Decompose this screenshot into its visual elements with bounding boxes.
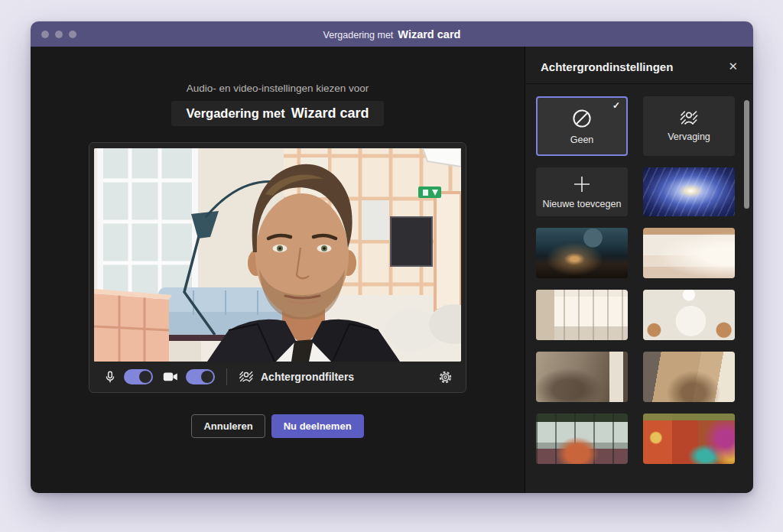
background-thumbnail-hyperspace[interactable] bbox=[643, 167, 735, 216]
background-thumbnail-alien-planet[interactable] bbox=[536, 228, 628, 278]
camera-toggle-knob bbox=[201, 371, 213, 383]
background-effects-icon bbox=[239, 371, 254, 383]
bright-office-lounge-image bbox=[536, 290, 628, 340]
alien-planet-image bbox=[536, 228, 628, 278]
window-close-button[interactable] bbox=[41, 31, 49, 38]
camera-preview-card: Achtergrondfilters bbox=[89, 142, 466, 393]
warm-living-room-image bbox=[536, 352, 628, 402]
warm-dining-room-image bbox=[643, 352, 735, 402]
background-thumbnail-beige-room[interactable] bbox=[643, 228, 735, 278]
add-new-background-button[interactable]: Nieuwe toevcegen bbox=[536, 167, 628, 216]
camera-toggle[interactable] bbox=[186, 369, 215, 384]
background-thumbnail-arched-hall[interactable] bbox=[643, 290, 735, 340]
camera-preview-video bbox=[94, 148, 461, 362]
blur-person-icon bbox=[679, 110, 699, 126]
join-now-button[interactable]: Nu deelnemen bbox=[271, 414, 364, 438]
window-title-name: Wizard card bbox=[398, 28, 460, 41]
meeting-join-window: Vergadering met Wizard card Audio- en vi… bbox=[31, 21, 753, 493]
panel-scrollbar[interactable] bbox=[744, 100, 749, 209]
meeting-heading-prefix: Vergadering met bbox=[186, 106, 284, 121]
tile-label: Nieuwe toevcegen bbox=[543, 199, 622, 209]
beige-minimal-room-image bbox=[643, 228, 735, 278]
prejoin-actions: Annuleren Nu deelnemen bbox=[191, 414, 363, 438]
window-minimize-button[interactable] bbox=[55, 31, 63, 38]
meeting-heading: Vergadering met Wizard card bbox=[171, 101, 383, 126]
background-filters-label[interactable]: Achtergrondfilters bbox=[261, 371, 354, 383]
camera-preview-scene bbox=[94, 148, 461, 362]
prejoin-main-area: Audio- en video-instellingen kiezen voor… bbox=[31, 47, 525, 493]
window-controls bbox=[41, 21, 76, 47]
microphone-toggle[interactable] bbox=[124, 369, 153, 384]
background-thumbnail-conservatory[interactable] bbox=[536, 414, 628, 464]
background-thumbnail-warm-living-room[interactable] bbox=[536, 352, 628, 402]
none-slash-icon bbox=[571, 108, 593, 129]
panel-title: Achtergrondinstellingen bbox=[541, 60, 673, 73]
white-arched-hall-image bbox=[643, 290, 735, 340]
window-zoom-button[interactable] bbox=[69, 31, 76, 38]
background-option-blur[interactable]: Vervaging bbox=[643, 96, 735, 156]
check-icon: ✓ bbox=[612, 100, 620, 111]
prejoin-subtitle: Audio- en video-instellingen kiezen voor bbox=[187, 83, 369, 94]
microphone-icon bbox=[104, 371, 116, 384]
cancel-button[interactable]: Annuleren bbox=[191, 414, 265, 438]
plus-icon bbox=[573, 175, 591, 193]
microphone-toggle-knob bbox=[139, 371, 151, 383]
settings-gear-icon[interactable] bbox=[438, 370, 453, 384]
background-settings-panel: Achtergrondinstellingen ✕ ✓ Geen bbox=[525, 47, 753, 493]
device-controls-bar: Achtergrondfilters bbox=[89, 362, 466, 392]
camera-icon bbox=[163, 371, 178, 382]
window-title-prefix: Vergadering met bbox=[323, 30, 394, 41]
glass-conservatory-image bbox=[536, 414, 628, 464]
panel-header: Achtergrondinstellingen ✕ bbox=[525, 47, 753, 84]
controls-divider bbox=[226, 368, 227, 385]
hyperspace-spaceship-image bbox=[643, 167, 735, 216]
meeting-heading-name: Wizard card bbox=[291, 105, 369, 122]
background-thumbnail-bright-office[interactable] bbox=[536, 290, 628, 340]
close-panel-icon[interactable]: ✕ bbox=[725, 60, 741, 73]
background-option-none[interactable]: ✓ Geen bbox=[536, 96, 628, 156]
titlebar: Vergadering met Wizard card bbox=[31, 21, 753, 47]
window-title: Vergadering met Wizard card bbox=[323, 28, 461, 41]
red-artistic-room-image bbox=[643, 414, 735, 464]
background-options-grid: ✓ Geen bbox=[525, 84, 753, 472]
tile-label: Vervaging bbox=[668, 131, 710, 142]
background-thumbnail-warm-dining-room[interactable] bbox=[643, 352, 735, 402]
background-thumbnail-red-room[interactable] bbox=[643, 414, 735, 464]
tile-label: Geen bbox=[570, 135, 594, 145]
